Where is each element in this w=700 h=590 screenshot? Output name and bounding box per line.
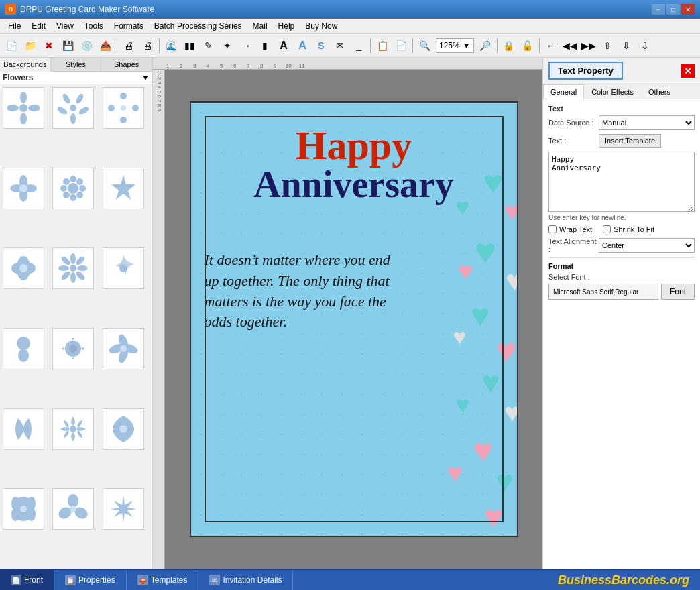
arrow-button[interactable]: → (237, 37, 255, 54)
text-row: Text : Insert Template (548, 134, 695, 148)
print-button[interactable]: 🖨 (120, 37, 137, 54)
text2-button[interactable]: A (294, 37, 311, 54)
font-button[interactable]: Font (661, 284, 695, 300)
flower-item-9[interactable] (103, 247, 144, 289)
maximize-button[interactable]: □ (666, 4, 680, 15)
text-textarea[interactable]: Happy Anniversary (548, 152, 695, 212)
invitation-icon: ✉ (209, 575, 220, 585)
flower-item-8[interactable] (52, 247, 94, 289)
menu-file[interactable]: File (3, 20, 26, 32)
heart-4: ♥ (506, 263, 518, 298)
tab-front[interactable]: 📄 Front (0, 570, 54, 590)
new-button[interactable]: 📄 (3, 37, 20, 54)
barcode2-button[interactable]: ▮ (256, 37, 274, 54)
shrink-to-fit-checkbox[interactable] (603, 225, 611, 233)
datasource-select[interactable]: Manual (599, 115, 695, 130)
svg-point-40 (58, 266, 69, 271)
wordart-button[interactable]: S (312, 37, 330, 54)
lock2-button[interactable]: 🔓 (519, 37, 536, 54)
lock-button[interactable]: 🔒 (500, 37, 518, 54)
insert-template-button[interactable]: Insert Template (599, 134, 661, 148)
category-dropdown-icon[interactable]: ▼ (141, 73, 150, 82)
flower-item-15[interactable] (103, 408, 144, 450)
alignment-select[interactable]: Center Left Right (599, 238, 695, 253)
menu-tools[interactable]: Tools (79, 20, 109, 32)
flower-item-7[interactable] (3, 247, 44, 289)
flower-item-13[interactable] (3, 408, 44, 450)
tab-templates-label: Templates (151, 575, 188, 585)
menu-formats[interactable]: Formats (109, 20, 149, 32)
flower-item-11[interactable] (52, 328, 94, 369)
pen-button[interactable]: ✎ (200, 37, 217, 54)
tab-general[interactable]: General (543, 84, 584, 99)
flower-grid (0, 84, 152, 569)
alignment-row: Text Alignment : Center Left Right (548, 237, 695, 253)
flower-item-12[interactable] (103, 328, 144, 369)
svg-point-39 (70, 272, 76, 283)
svg-point-25 (68, 183, 78, 194)
wrap-text-checkbox[interactable] (548, 225, 557, 233)
email-button[interactable]: ✉ (331, 37, 349, 54)
flower-item-2[interactable] (52, 87, 94, 129)
canvas-area[interactable]: 1 2 3 4 5 6 7 8 9 10 11 1 2 3 4 5 6 7 8 … (153, 58, 542, 569)
svg-point-63 (70, 506, 76, 512)
flower-item-6[interactable] (103, 168, 144, 209)
minimize-button[interactable]: − (652, 4, 665, 15)
zoom-display[interactable]: 125% ▼ (436, 38, 474, 53)
up-button[interactable]: ⇧ (599, 37, 616, 54)
svg-point-48 (18, 349, 29, 362)
card-wrapper: Happy Anniversary It doesn’t matter wher… (190, 101, 518, 537)
tab-styles[interactable]: Styles (51, 58, 102, 71)
flower-item-10[interactable] (3, 328, 44, 369)
zoom-out-button[interactable]: 🔎 (477, 37, 494, 54)
print2-button[interactable]: 🖨 (139, 37, 156, 54)
line-button[interactable]: ⎯ (350, 37, 367, 54)
next-button[interactable]: ▶▶ (580, 37, 597, 54)
flower-item-4[interactable] (3, 168, 44, 209)
svg-point-19 (121, 105, 126, 111)
save-as-button[interactable]: 💿 (78, 37, 95, 54)
prev-button[interactable]: ◀◀ (561, 37, 579, 54)
flower-item-5[interactable] (52, 168, 94, 209)
menu-buynow[interactable]: Buy Now (300, 20, 343, 32)
flower-item-1[interactable] (3, 87, 44, 129)
tab-templates[interactable]: 🎪 Templates (127, 570, 199, 590)
zoom-in-icon[interactable]: 🔍 (416, 37, 433, 54)
open-button[interactable]: 📁 (21, 37, 39, 54)
flower-item-18[interactable] (103, 488, 144, 530)
front-icon: 📄 (11, 575, 21, 585)
save-button[interactable]: 💾 (59, 37, 76, 54)
image-button[interactable]: 🌊 (162, 37, 180, 54)
flower-button[interactable]: ✦ (219, 37, 236, 54)
barcode-button[interactable]: ▮▮ (181, 37, 198, 54)
paste-button[interactable]: 📄 (392, 37, 410, 54)
tab-color-effects[interactable]: Color Effects (584, 84, 641, 99)
tab-invitation-details[interactable]: ✉ Invitation Details (198, 570, 293, 590)
down-button[interactable]: ⇩ (636, 37, 654, 54)
flower-item-16[interactable] (3, 488, 44, 530)
close-button[interactable]: ✕ (681, 4, 695, 15)
zoom-dropdown-icon[interactable]: ▼ (463, 41, 471, 50)
greeting-card[interactable]: Happy Anniversary It doesn’t matter wher… (190, 101, 518, 537)
back-button[interactable]: ← (542, 37, 560, 54)
menu-batch[interactable]: Batch Processing Series (149, 20, 247, 32)
copy-button[interactable]: 📋 (373, 37, 391, 54)
tab-backgrounds[interactable]: Backgrounds (0, 58, 51, 72)
tab-properties[interactable]: 📋 Properties (54, 570, 127, 590)
svg-point-33 (63, 192, 70, 198)
menu-view[interactable]: View (51, 20, 79, 32)
tab-shapes[interactable]: Shapes (101, 58, 152, 71)
menu-mail[interactable]: Mail (247, 20, 273, 32)
flower-item-14[interactable] (52, 408, 94, 450)
arrange-button[interactable]: ⇩ (618, 37, 635, 54)
text-button[interactable]: A (275, 37, 292, 54)
flower-item-3[interactable] (103, 87, 144, 129)
export-button[interactable]: 📤 (97, 37, 114, 54)
format-divider (548, 257, 695, 258)
menu-edit[interactable]: Edit (26, 20, 51, 32)
flower-item-17[interactable] (52, 488, 94, 530)
menu-help[interactable]: Help (273, 20, 300, 32)
tab-others[interactable]: Others (641, 84, 678, 99)
property-close-button[interactable]: ✕ (681, 64, 695, 78)
close-doc-button[interactable]: ✖ (40, 37, 58, 54)
